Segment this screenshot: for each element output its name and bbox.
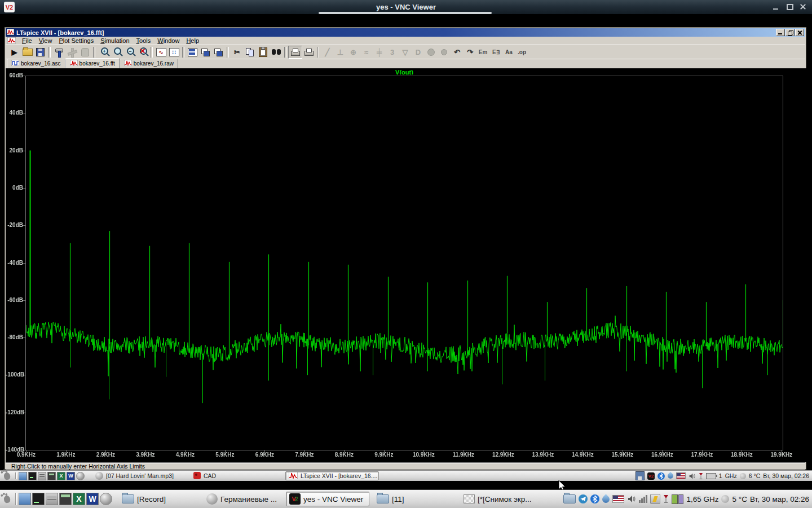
print-button[interactable] [288, 46, 302, 59]
menu-tools[interactable]: Tools [133, 37, 155, 45]
ltspice-window-title: LTspice XVII - [bokarev_16.fft] [16, 29, 104, 36]
bluetooth-icon[interactable] [657, 472, 665, 480]
screenshot-tool-icon[interactable] [19, 472, 27, 480]
zoom-in-button[interactable]: + [97, 46, 110, 58]
task-ltspice[interactable]: LTspice XVII - [bokarev_16.... [285, 471, 379, 480]
save-button[interactable] [34, 46, 47, 58]
calculator-icon[interactable] [59, 493, 72, 505]
minimize-button[interactable] [771, 2, 780, 11]
clock[interactable]: Вт, 30 мар, 02:26 [750, 495, 809, 503]
vnc-icon[interactable]: V2 [647, 472, 655, 480]
excel-icon[interactable]: X [57, 472, 65, 480]
battery-icon[interactable] [706, 473, 716, 479]
menu-view[interactable]: View [36, 37, 56, 45]
us-flag-icon[interactable] [612, 495, 624, 503]
menu-window[interactable]: Window [154, 37, 183, 45]
wine-icon[interactable] [699, 472, 703, 480]
water-drop-icon[interactable] [601, 494, 611, 504]
volume-icon[interactable] [689, 472, 696, 480]
undo-icon[interactable]: ↶ [451, 46, 464, 58]
tile-horizontal-button[interactable] [186, 46, 199, 58]
task-label: LTspice XVII - [bokarev_16.... [301, 472, 377, 479]
web-browser-icon[interactable] [100, 493, 112, 505]
new-schematic-icon[interactable]: ▶ [8, 46, 21, 58]
task-folder[interactable]: [Record] [119, 492, 180, 507]
zoom-full-extents-button[interactable]: ✕ [136, 46, 149, 58]
volume-icon[interactable] [627, 494, 636, 503]
file-cabinet-icon[interactable] [46, 493, 58, 505]
close-button[interactable] [795, 29, 804, 36]
task-image[interactable]: [*[Снимок экр... [461, 492, 537, 507]
us-flag-icon[interactable] [676, 472, 686, 479]
signal-icon[interactable] [639, 495, 647, 503]
zoom-out-button[interactable]: − [123, 46, 136, 58]
excel-icon[interactable]: X [73, 493, 85, 505]
print-preview-button[interactable] [302, 46, 315, 58]
x-axis-label: 15.9KHz [606, 452, 639, 458]
cpu-frequency: 1,65 GHz [686, 495, 718, 503]
plot-pane[interactable]: V(out) 60dB40dB20dB0dB-20dB-40dB-60dB-80… [6, 68, 806, 462]
spice-directive-icon[interactable]: .op [515, 46, 528, 58]
terminal-icon[interactable] [28, 472, 37, 480]
weather-moon-icon [721, 495, 729, 503]
water-drop-icon[interactable] [667, 472, 674, 480]
control-panel-button[interactable] [52, 46, 65, 58]
y-axis-label: -20dB [6, 222, 23, 229]
telegram-icon[interactable] [579, 494, 588, 503]
place-text-icon[interactable]: Aa [502, 46, 515, 58]
screenshot-tool-icon[interactable] [19, 493, 31, 505]
tile-vertical-button[interactable] [199, 46, 212, 58]
menu-help[interactable]: Help [183, 37, 202, 45]
mdi-child-icon[interactable] [7, 37, 16, 45]
x-axis-label: 18.9KHz [725, 452, 758, 458]
toolbar-separator [48, 47, 51, 58]
menu-plot-settings[interactable]: Plot Settings [55, 37, 97, 45]
word-icon[interactable]: W [67, 472, 75, 480]
task-vnc[interactable]: V2yes - VNC Viewer [286, 492, 369, 507]
menu-simulation[interactable]: Simulation [97, 37, 133, 45]
minimize-button[interactable] [776, 29, 785, 36]
clock[interactable]: Вт, 30 мар, 02:26 [763, 472, 809, 479]
open-button[interactable] [21, 46, 34, 58]
x-axis-label: 16.9KHz [645, 452, 679, 458]
redo-icon[interactable]: ↷ [464, 46, 476, 58]
toolbar-separator [227, 47, 229, 58]
plot-settings-button[interactable]: ∷ [167, 46, 180, 58]
calculator-icon[interactable] [47, 472, 56, 480]
autorange-y-axis-button[interactable]: ∿ [155, 46, 167, 58]
screenshot-floppy-icon[interactable] [636, 471, 645, 480]
fft-plot-canvas[interactable] [21, 75, 785, 455]
ltspice-titlebar[interactable]: LTspice XVII - [bokarev_16.fft] [6, 28, 805, 37]
wine-icon[interactable] [663, 494, 669, 503]
task-sphere[interactable]: Германиевые ... [204, 492, 281, 507]
task-sphere[interactable]: [07 Hard Lovin' Man.mp3] [92, 471, 177, 480]
cpu-battery-icon[interactable] [672, 494, 683, 504]
rotate-icon[interactable]: E∃ [489, 46, 502, 58]
terminal-icon[interactable] [32, 493, 45, 505]
tab-bokarev_16.raw[interactable]: bokarev_16.raw [120, 59, 178, 68]
paste-button[interactable] [257, 46, 270, 58]
mirror-icon[interactable]: Em [476, 46, 489, 58]
zoom-area-button[interactable] [110, 46, 123, 58]
copy-button[interactable] [244, 46, 257, 58]
start-menu-foot-icon[interactable] [3, 471, 11, 480]
menu-file[interactable]: File [19, 37, 36, 45]
tab-bokarev_16.asc[interactable]: bokarev_16.asc [7, 59, 65, 68]
maximize-button[interactable] [785, 2, 794, 11]
file-manager-icon[interactable] [563, 494, 576, 503]
tab-bokarev_16.fft[interactable]: bokarev_16.fft [65, 58, 120, 68]
task-cad[interactable]: CAD [191, 471, 217, 480]
find-button[interactable] [270, 46, 283, 58]
start-menu-foot-icon[interactable] [3, 494, 11, 503]
close-button[interactable] [798, 2, 807, 11]
web-browser-icon[interactable] [76, 472, 85, 480]
cut-icon[interactable]: ✂ [231, 46, 244, 58]
task-folder[interactable]: [11] [374, 492, 407, 507]
cascade-windows-button[interactable] [212, 46, 225, 58]
word-icon[interactable]: W [86, 493, 99, 505]
power-icon[interactable] [650, 494, 660, 504]
system-tray: V21GHz6 °CВт, 30 мар, 02:26 [636, 471, 812, 480]
restore-button[interactable] [785, 29, 795, 36]
bluetooth-icon[interactable] [590, 494, 599, 503]
file-cabinet-icon[interactable] [38, 472, 46, 480]
